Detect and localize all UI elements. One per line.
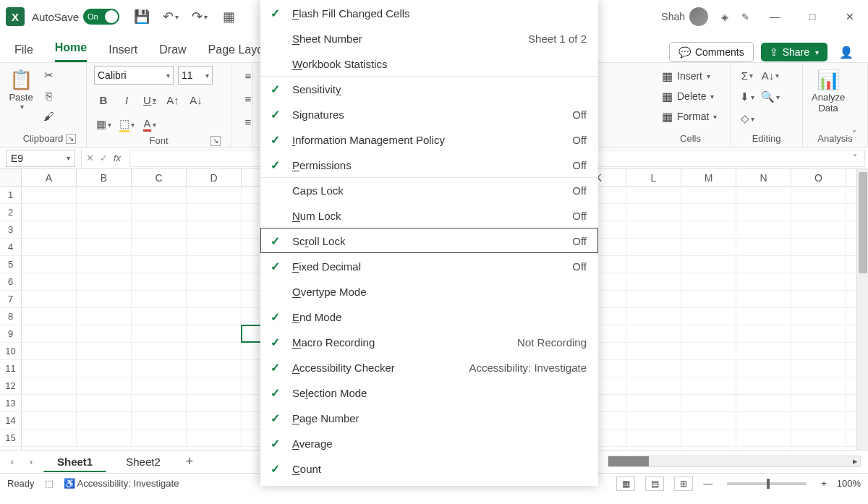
cell[interactable]: [626, 430, 681, 446]
cell[interactable]: [681, 273, 736, 290]
save-icon[interactable]: 💾: [132, 7, 151, 26]
cell[interactable]: [22, 291, 77, 307]
cell[interactable]: [77, 343, 132, 359]
column-header[interactable]: A: [22, 169, 77, 186]
add-sheet-button[interactable]: +: [180, 454, 200, 469]
zoom-value[interactable]: 100%: [837, 478, 861, 489]
row-header[interactable]: 7: [0, 291, 22, 307]
cell[interactable]: [22, 221, 77, 238]
tab-draw[interactable]: Draw: [159, 39, 186, 62]
row-header[interactable]: 6: [0, 273, 22, 290]
cell[interactable]: [187, 430, 242, 446]
cell[interactable]: [77, 256, 132, 273]
qat-icon[interactable]: ▦: [219, 7, 238, 26]
cell[interactable]: [132, 430, 187, 446]
cell[interactable]: [791, 395, 846, 411]
cell[interactable]: [791, 239, 846, 255]
cell[interactable]: [22, 187, 77, 203]
underline-button[interactable]: U▾: [140, 90, 159, 109]
cell[interactable]: [187, 187, 242, 203]
cell[interactable]: [132, 256, 187, 273]
column-header[interactable]: D: [187, 169, 242, 186]
cell[interactable]: [77, 430, 132, 446]
cell[interactable]: [77, 308, 132, 325]
status-menu-item[interactable]: ✓Average: [260, 430, 598, 456]
format-painter-icon[interactable]: 🖌: [39, 106, 58, 125]
status-menu-item[interactable]: ✓Count: [260, 456, 598, 481]
user-account[interactable]: Shah: [661, 7, 708, 26]
column-header[interactable]: O: [791, 169, 846, 186]
status-menu-item[interactable]: ✓Information Management PolicyOff: [260, 127, 598, 152]
cell[interactable]: [132, 221, 187, 238]
column-header[interactable]: N: [736, 169, 791, 186]
status-menu-item[interactable]: Caps LockOff: [260, 177, 598, 202]
cell[interactable]: [681, 395, 736, 411]
status-menu-item[interactable]: ✓Page Number: [260, 405, 598, 430]
status-menu-item[interactable]: Workbook Statistics: [260, 51, 598, 76]
font-name-combo[interactable]: Calibri▾: [94, 66, 174, 85]
cell[interactable]: [681, 430, 736, 446]
cell[interactable]: [626, 204, 681, 221]
cell[interactable]: [736, 239, 791, 255]
status-menu-item[interactable]: Numerical Count: [260, 481, 598, 486]
sort-filter-icon[interactable]: A↓▾: [761, 66, 780, 85]
tab-insert[interactable]: Insert: [109, 39, 137, 62]
status-menu-item[interactable]: ✓Sensitivity: [260, 76, 598, 101]
cell[interactable]: [22, 430, 77, 446]
cell[interactable]: [736, 291, 791, 307]
cell[interactable]: [626, 308, 681, 325]
cell[interactable]: [681, 221, 736, 238]
autosave-toggle[interactable]: On: [83, 9, 119, 25]
shrink-font-icon[interactable]: A↓: [187, 90, 205, 109]
cell[interactable]: [187, 395, 242, 411]
accessibility-status[interactable]: ♿ Accessibility: Investigate: [64, 478, 179, 489]
cell[interactable]: [626, 239, 681, 255]
cell[interactable]: [681, 204, 736, 221]
vertical-scrollbar[interactable]: [856, 169, 868, 450]
tab-file[interactable]: File: [14, 39, 33, 62]
cell[interactable]: [187, 204, 242, 221]
cell[interactable]: [132, 239, 187, 255]
page-layout-view-icon[interactable]: ▤: [645, 477, 664, 491]
cell[interactable]: [22, 412, 77, 429]
row-header[interactable]: 1: [0, 187, 22, 203]
cell[interactable]: [132, 187, 187, 203]
comments-button[interactable]: 💬 Comments: [669, 42, 754, 62]
cell[interactable]: [736, 395, 791, 411]
cell[interactable]: [77, 412, 132, 429]
cell[interactable]: [626, 343, 681, 359]
cell[interactable]: [187, 325, 242, 342]
cell[interactable]: [626, 187, 681, 203]
cell[interactable]: [132, 308, 187, 325]
cell[interactable]: [132, 343, 187, 359]
cell[interactable]: [22, 273, 77, 290]
row-header[interactable]: 3: [0, 221, 22, 238]
row-header[interactable]: 13: [0, 395, 22, 411]
close-button[interactable]: ✕: [838, 6, 862, 27]
cell[interactable]: [187, 256, 242, 273]
column-header[interactable]: C: [132, 169, 187, 186]
format-cells-button[interactable]: ▦Format▾: [658, 106, 718, 127]
cell[interactable]: [132, 204, 187, 221]
cell[interactable]: [736, 308, 791, 325]
fill-color-icon[interactable]: ⬚▾: [117, 115, 136, 134]
cell[interactable]: [791, 343, 846, 359]
status-menu-item[interactable]: ✓End Mode: [260, 304, 598, 329]
cell[interactable]: [791, 187, 846, 203]
share-button[interactable]: ⇪ Share ▾: [761, 43, 827, 61]
cell[interactable]: [626, 412, 681, 429]
cell[interactable]: [22, 239, 77, 255]
cell[interactable]: [736, 412, 791, 429]
autosum-icon[interactable]: Σ▾: [738, 66, 757, 85]
font-color-icon[interactable]: A▾: [140, 115, 159, 134]
select-all-cell[interactable]: [0, 169, 22, 186]
enter-icon[interactable]: ✓: [100, 153, 108, 163]
normal-view-icon[interactable]: ▦: [616, 477, 635, 491]
status-menu-item[interactable]: ✓Fixed DecimalOff: [260, 253, 598, 278]
find-icon[interactable]: 🔍▾: [761, 87, 780, 106]
bold-button[interactable]: B: [94, 90, 113, 109]
sheet-nav-next-icon[interactable]: ›: [25, 453, 38, 471]
status-menu-item[interactable]: ✓Scroll LockOff: [260, 228, 598, 253]
diamond-icon[interactable]: ◈: [721, 12, 728, 22]
cell[interactable]: [77, 239, 132, 255]
